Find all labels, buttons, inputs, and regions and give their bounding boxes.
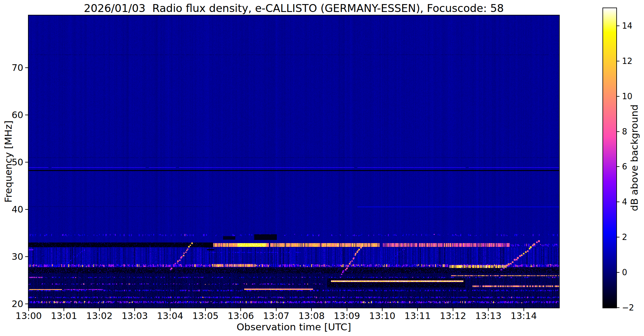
y-tick-label: 70 [1,63,23,72]
y-tick-label: 60 [1,110,23,120]
y-tick-label: 40 [1,205,23,214]
x-tick-label: 13:12 [440,311,466,321]
x-tick-label: 13:06 [228,311,254,321]
y-axis-label: Frequency [MHz] [3,121,14,203]
y-tick-mark [25,209,28,210]
colorbar-tick-label: 12 [622,57,632,65]
x-tick-label: 13:00 [15,311,42,321]
colorbar-tick-label: 4 [622,198,627,206]
x-tick-label: 13:08 [298,311,325,321]
x-tick-label: 13:05 [192,311,219,321]
colorbar-tick-label: −2 [622,304,634,312]
y-tick-mark [25,115,28,115]
colorbar-tick-mark [617,61,619,61]
x-tick-label: 13:01 [51,311,77,321]
colorbar-tick-label: 14 [622,22,632,30]
colorbar-tick-label: 10 [622,92,632,100]
colorbar-label: dB above background [629,104,640,211]
x-tick-label: 13:03 [121,311,148,321]
y-tick-mark [25,256,28,257]
x-tick-label: 13:02 [86,311,113,321]
x-tick-label: 13:14 [511,311,537,321]
x-tick-label: 13:11 [405,311,431,321]
colorbar-tick-mark [617,272,619,273]
spectrogram-figure: 2026/01/03 Radio flux density, e-CALLIST… [0,0,644,336]
colorbar-tick-label: 6 [622,162,627,171]
plot-area [28,15,560,308]
colorbar-tick-mark [617,96,619,97]
x-axis-label: Observation time [UTC] [237,321,351,333]
y-tick-mark [25,304,28,304]
spectrogram-canvas [29,15,559,308]
colorbar-tick-mark [617,26,619,26]
y-tick-label: 20 [1,299,23,309]
colorbar-canvas [603,8,616,308]
y-tick-mark [25,67,28,68]
colorbar [602,8,617,308]
y-tick-mark [25,162,28,162]
colorbar-tick-mark [617,166,619,167]
x-tick-label: 13:04 [157,311,183,321]
x-tick-label: 13:07 [263,311,289,321]
colorbar-tick-mark [617,202,619,202]
colorbar-tick-mark [617,307,619,308]
x-tick-label: 13:10 [369,311,395,321]
x-tick-label: 13:09 [334,311,360,321]
colorbar-tick-mark [617,131,619,132]
colorbar-tick-label: 2 [622,233,627,241]
y-tick-label: 30 [1,252,23,261]
colorbar-tick-label: 8 [622,128,627,136]
colorbar-tick-mark [617,237,619,237]
colorbar-tick-label: 0 [622,268,627,276]
figure-title: 2026/01/03 Radio flux density, e-CALLIST… [84,2,504,14]
x-tick-label: 13:13 [475,311,501,321]
